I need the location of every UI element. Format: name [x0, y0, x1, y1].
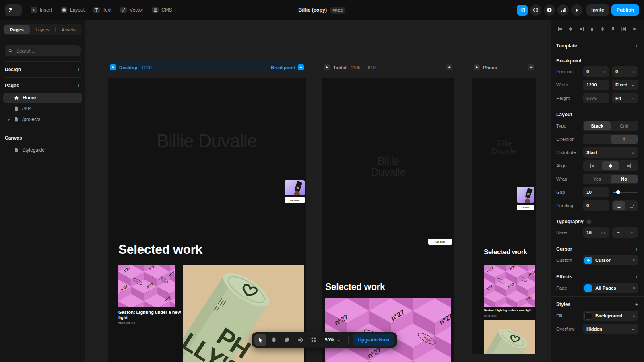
- preview-button[interactable]: [571, 4, 582, 16]
- comment-tool-button[interactable]: [281, 334, 293, 346]
- publish-button[interactable]: Publish: [611, 4, 639, 16]
- fill-swatch[interactable]: [584, 312, 592, 320]
- align-top-icon[interactable]: [589, 26, 595, 32]
- frame-header-phone[interactable]: Phone +: [472, 62, 536, 72]
- cursor-chip[interactable]: ❖ Cursor ×: [583, 255, 638, 265]
- avatar[interactable]: HП: [517, 5, 528, 16]
- page-effect-chip[interactable]: + All Pages ×: [583, 283, 638, 293]
- slider-knob[interactable]: [616, 190, 620, 194]
- remove-cursor-icon[interactable]: ×: [632, 257, 635, 263]
- add-breakpoint-button[interactable]: +: [298, 64, 304, 70]
- wrap-no-option[interactable]: No: [611, 175, 638, 183]
- gap-slider[interactable]: [612, 192, 638, 193]
- pan-tool-button[interactable]: [268, 334, 280, 346]
- increment-button[interactable]: +: [625, 230, 639, 235]
- distribute-vertical-icon[interactable]: [632, 26, 637, 32]
- search-box[interactable]: [5, 45, 80, 56]
- canvas[interactable]: Desktop 1200 Breakpoint + Billie Duvalle…: [85, 20, 551, 362]
- align-left-icon[interactable]: [557, 26, 563, 32]
- menu-cms[interactable]: CMS: [152, 7, 172, 13]
- theme-toggle-button[interactable]: [294, 334, 306, 346]
- width-mode-select[interactable]: Fixed⌄: [612, 80, 638, 90]
- align-bottom-icon[interactable]: [610, 26, 616, 32]
- grid-view-button[interactable]: [308, 334, 320, 346]
- frame-name[interactable]: Desktop: [119, 65, 137, 70]
- menu-text[interactable]: T Text: [93, 7, 111, 13]
- zoom-select[interactable]: 50% ⌄: [321, 334, 344, 346]
- wrap-yes-option[interactable]: Yes: [584, 175, 611, 183]
- menu-vector[interactable]: Vector: [120, 7, 143, 13]
- fill-chip[interactable]: Background ×: [583, 311, 638, 321]
- collapse-layout-button[interactable]: −: [635, 111, 638, 118]
- padding-input[interactable]: 0: [583, 200, 609, 211]
- distribute-select[interactable]: Start⌄: [583, 147, 638, 158]
- project-title[interactable]: Billie (copy): [298, 7, 327, 13]
- direction-vertical-option[interactable]: ↕: [611, 135, 638, 144]
- frame-tablet[interactable]: Billie Duvalle Get Billie Selected work: [322, 78, 454, 362]
- frame-name[interactable]: Phone: [483, 65, 497, 70]
- menu-insert[interactable]: + Insert: [31, 7, 52, 13]
- distribute-horizontal-icon[interactable]: [621, 26, 627, 32]
- preview-frame-button[interactable]: [474, 64, 480, 70]
- align-center-option[interactable]: [602, 161, 620, 170]
- overflow-label: Overflow: [556, 327, 580, 331]
- menu-layout[interactable]: Layout: [61, 7, 85, 13]
- tab-assets[interactable]: Assets: [56, 25, 81, 34]
- frame-phone[interactable]: Billie Duvalle Get Billie Selected work: [472, 78, 536, 354]
- invite-button[interactable]: Invite: [586, 4, 609, 16]
- add-page-button[interactable]: +: [77, 83, 80, 88]
- frame-desktop[interactable]: Billie Duvalle Get Billie Selected work: [108, 78, 306, 362]
- hand-icon: [271, 337, 277, 343]
- globe-button[interactable]: [530, 4, 541, 16]
- add-template-button[interactable]: +: [635, 43, 638, 49]
- analytics-button[interactable]: [557, 4, 569, 16]
- frame-header-tablet[interactable]: Tablet 1199 — 810 +: [322, 62, 454, 72]
- frame-name[interactable]: Tablet: [333, 65, 347, 70]
- gap-input[interactable]: 10: [583, 187, 609, 197]
- add-breakpoint-button[interactable]: +: [528, 64, 534, 70]
- upgrade-button[interactable]: Upgrade Now: [353, 334, 394, 346]
- base-size-input[interactable]: 16PX: [583, 227, 609, 238]
- remove-fill-icon[interactable]: ×: [632, 313, 635, 319]
- height-mode-select[interactable]: Fit⌄: [612, 93, 638, 103]
- sidebar-item-404[interactable]: /404: [3, 103, 82, 114]
- remove-effect-icon[interactable]: ×: [632, 285, 635, 291]
- add-design-button[interactable]: +: [77, 67, 80, 72]
- decrement-button[interactable]: −: [612, 230, 625, 235]
- direction-horizontal-option[interactable]: ↔: [584, 135, 611, 144]
- align-center-horizontal-icon[interactable]: [568, 26, 574, 32]
- add-effect-button[interactable]: +: [635, 274, 638, 280]
- inspector-panel: Template + Breakpoint Position 0X 0Y Wid…: [551, 20, 644, 362]
- add-breakpoint-button[interactable]: +: [446, 64, 452, 70]
- app-logo-menu[interactable]: ⌄: [5, 4, 22, 16]
- width-input[interactable]: 1200: [583, 80, 609, 90]
- type-grid-option[interactable]: Grid: [611, 121, 638, 130]
- align-start-option[interactable]: [584, 161, 602, 170]
- type-stack-option[interactable]: Stack: [584, 121, 611, 130]
- padding-uniform-option[interactable]: [613, 201, 625, 210]
- align-right-icon[interactable]: [579, 26, 584, 32]
- tab-layers[interactable]: Layers: [30, 25, 56, 34]
- tab-pages[interactable]: Pages: [4, 25, 30, 34]
- select-tool-button[interactable]: [254, 334, 266, 346]
- preview-frame-button[interactable]: [324, 64, 330, 70]
- caret-right-icon[interactable]: ▸: [8, 118, 10, 121]
- align-end-option[interactable]: [619, 161, 638, 170]
- frame-header-desktop[interactable]: Desktop 1200 Breakpoint +: [108, 62, 306, 72]
- sidebar-item-styleguide[interactable]: Styleguide: [3, 145, 82, 155]
- search-input[interactable]: [15, 48, 77, 54]
- sidebar-item-projects[interactable]: ▸ /projects: [3, 114, 82, 125]
- position-y-input[interactable]: 0Y: [612, 66, 638, 77]
- overflow-select[interactable]: Hidden⌄: [583, 324, 638, 334]
- align-center-vertical-icon[interactable]: [600, 26, 605, 32]
- settings-button[interactable]: [544, 4, 555, 16]
- height-input[interactable]: 5376: [583, 93, 609, 103]
- add-style-button[interactable]: +: [635, 301, 638, 308]
- position-x-input[interactable]: 0X: [583, 66, 609, 77]
- padding-individual-option[interactable]: [625, 201, 638, 210]
- info-icon[interactable]: i: [586, 219, 592, 224]
- preview-frame-button[interactable]: [110, 64, 116, 70]
- sidebar-item-home[interactable]: Home: [3, 93, 82, 103]
- fill-label: Fill: [556, 313, 580, 318]
- add-cursor-button[interactable]: +: [635, 246, 638, 252]
